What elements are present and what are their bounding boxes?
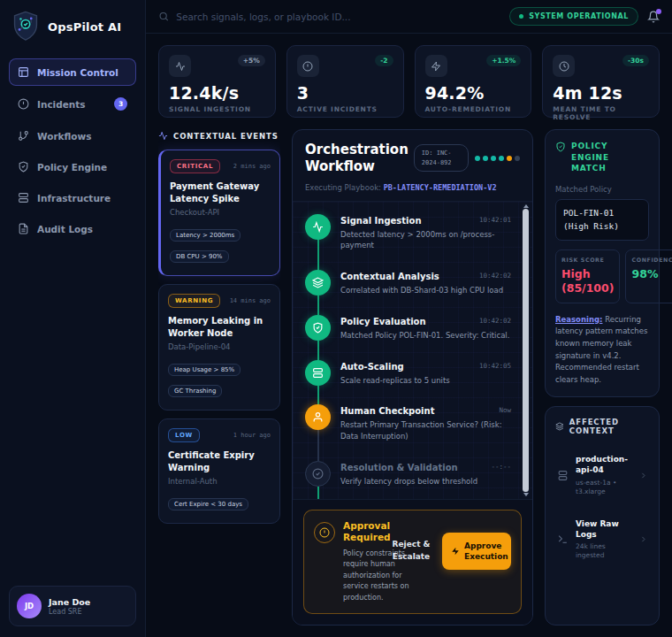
section-title: POLICY ENGINE MATCH (571, 141, 642, 174)
sidebar-item-mission-control[interactable]: Mission Control (9, 58, 136, 86)
sidebar-item-policy-engine[interactable]: Policy Engine (9, 153, 136, 180)
step-description: Verify latency drops below threshold (340, 476, 511, 487)
status-label: SYSTEM OPERATIONAL (529, 12, 629, 20)
event-tags: Heap Usage > 85% GC Thrashing (168, 358, 271, 401)
approval-actions: Reject & Escalate Approve Execution (389, 520, 511, 570)
severity-badge: LOW (168, 428, 200, 442)
confidence-value: 98% (631, 267, 672, 281)
database-icon (557, 470, 569, 481)
step-title: Policy Evaluation (340, 317, 426, 326)
sidebar-item-audit-logs[interactable]: Audit Logs (9, 215, 136, 242)
user-profile-card[interactable]: JD Jane Doe Lead SRE (9, 586, 136, 626)
scroll-down-icon[interactable] (523, 493, 529, 496)
event-time: 1 hour ago (233, 432, 271, 439)
approval-required-box: Approval Required Policy constraints req… (303, 510, 522, 614)
step-title: Contextual Analysis (340, 272, 439, 281)
reasoning-text: Reasoning: Recurring latency pattern mat… (555, 314, 649, 387)
zap-icon (425, 55, 447, 77)
stat-card-signal-ingestion: +5% 12.4k/s SIGNAL INGESTION (158, 45, 276, 118)
workflow-step-contextual-analysis: Contextual Analysis 10:42:02 Correlated … (305, 270, 511, 315)
activity-icon (305, 214, 331, 240)
stat-card-active-incidents: -2 3 ACTIVE INCIDENTS (286, 45, 404, 118)
clock-icon (553, 55, 575, 77)
search-bar (158, 11, 500, 22)
stat-delta-badge: +5% (238, 55, 265, 66)
section-title: CONTEXTUAL EVENTS (173, 132, 279, 141)
layers-icon (305, 270, 331, 295)
event-time: 14 mins ago (230, 297, 271, 304)
step-title: Signal Ingestion (340, 216, 422, 226)
event-tags: Cert Expire < 30 days (168, 493, 271, 514)
sidebar-item-label: Incidents (37, 99, 86, 110)
sidebar-item-label: Infrastructure (37, 193, 111, 203)
git-branch-icon (18, 130, 29, 142)
user-icon (305, 404, 331, 430)
user-role: Lead SRE (49, 608, 90, 616)
layers-icon (555, 421, 564, 432)
notification-dot (656, 9, 661, 14)
matched-policy-label: Matched Policy (555, 185, 649, 194)
event-tags: Latency > 2000ms DB CPU > 90% (170, 224, 271, 266)
event-source: Checkout-API (170, 208, 271, 217)
event-card-critical[interactable]: CRITICAL 2 mins ago Payment Gateway Late… (158, 150, 280, 276)
search-icon (158, 11, 169, 22)
search-input[interactable] (176, 12, 500, 22)
context-item-view-raw-logs[interactable]: View Raw Logs 24k lines ingested (555, 512, 649, 567)
step-description: Detected latency > 2000ms on /process-pa… (340, 229, 511, 252)
check-circle-icon (305, 461, 331, 487)
approve-label: Approve Execution (464, 541, 508, 562)
playbook-label: Executing Playbook: (305, 183, 381, 192)
approve-execution-button[interactable]: Approve Execution (442, 533, 511, 570)
notifications-button[interactable] (647, 11, 660, 23)
shield-check-icon (18, 161, 29, 173)
event-card-warning[interactable]: WARNING 14 mins ago Memory Leaking in Wo… (158, 284, 280, 411)
timeline-scrollbar[interactable] (522, 203, 530, 497)
terminal-icon (557, 533, 569, 545)
server-icon (18, 192, 29, 203)
system-status-badge[interactable]: SYSTEM OPERATIONAL (509, 7, 638, 26)
chevron-right-icon (639, 472, 647, 480)
risk-score-box: RISK SCORE High (85/100) (555, 249, 620, 303)
scroll-up-icon[interactable] (523, 204, 529, 208)
approval-section: Approval Required Policy constraints req… (293, 499, 532, 625)
chevron-right-icon (639, 535, 647, 543)
event-title: Certificate Expiry Warning (168, 449, 271, 473)
sidebar-item-infrastructure[interactable]: Infrastructure (9, 184, 136, 211)
step-time: Now (499, 406, 511, 416)
context-item-production-api[interactable]: production-api-04 us-east-1a • t3.xlarge (555, 448, 649, 503)
shield-check-icon (555, 142, 566, 152)
stat-card-mean-time-to-resolve: -30s 4m 12s MEAN TIME TO RESOLVE (542, 45, 660, 118)
workflow-progress-dots (475, 156, 520, 161)
step-time: --:-- (491, 463, 511, 472)
app-logo-icon (11, 11, 41, 42)
event-source: Data-Pipeline-04 (168, 342, 271, 351)
progress-dot (491, 156, 496, 161)
event-card-low[interactable]: LOW 1 hour ago Certificate Expiry Warnin… (158, 418, 280, 524)
scrollbar-thumb[interactable] (523, 209, 529, 492)
orchestration-workflow-panel: Orchestration Workflow ID: INC-2024-892 (292, 129, 533, 625)
stat-value: 94.2% (425, 83, 522, 103)
playbook-line: Executing Playbook: PB-LATENCY-REMEDIATI… (305, 183, 520, 192)
status-dot-icon (519, 14, 523, 19)
context-item-subtitle: 24k lines ingested (576, 542, 632, 561)
alert-circle-icon (297, 55, 319, 77)
sidebar-item-label: Workflows (37, 131, 92, 142)
score-grid: RISK SCORE High (85/100) CONFIDENCE 98% (555, 249, 649, 303)
file-text-icon (18, 223, 29, 234)
content: +5% 12.4k/s SIGNAL INGESTION -2 3 ACTIVE… (146, 34, 672, 637)
event-tag: GC Thrashing (168, 385, 222, 397)
sidebar-item-workflows[interactable]: Workflows (9, 122, 136, 150)
topbar: SYSTEM OPERATIONAL (146, 0, 672, 34)
reject-escalate-button[interactable]: Reject & Escalate (389, 539, 433, 563)
alert-circle-icon (314, 522, 335, 543)
sidebar-item-label: Audit Logs (37, 224, 93, 234)
step-description: Restart Primary Transaction Service? (Ri… (340, 419, 511, 442)
step-title: Auto-Scaling (340, 362, 404, 372)
step-time: 10:42:02 (479, 317, 511, 326)
sidebar-item-incidents[interactable]: Incidents 3 (9, 89, 136, 119)
stat-card-auto-remediation: +1.5% 94.2% AUTO-REMEDIATION (415, 45, 532, 118)
risk-score-value: High (85/100) (561, 267, 614, 296)
event-tag: DB CPU > 90% (170, 250, 229, 263)
right-column: POLICY ENGINE MATCH Matched Policy POL-F… (545, 129, 660, 625)
stat-label: MEAN TIME TO RESOLVE (553, 105, 649, 121)
